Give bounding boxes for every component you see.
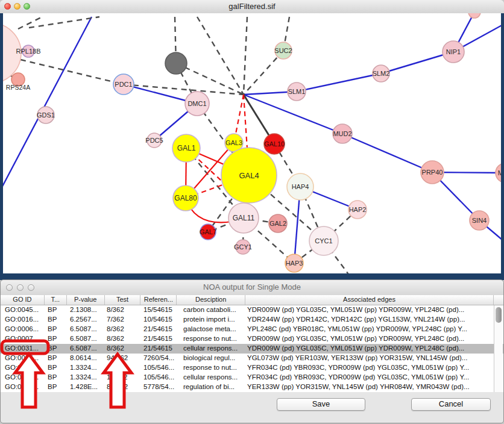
network-edge[interactable]	[342, 134, 432, 172]
table-row-1[interactable]: GO:0045...BP2.1308...8/36215/54615carbon…	[1, 305, 503, 315]
cell-go_id[interactable]: GO:0031...	[1, 344, 45, 354]
cell-reference[interactable]: 105/546...	[141, 363, 177, 373]
cell-associated_edges[interactable]: YPL248C (pd) YBR018C, YML051W (pp) YDR00…	[246, 325, 495, 334]
cell-desciption[interactable]: response to nut...	[177, 334, 246, 344]
vertical-scrollbar[interactable]	[494, 305, 503, 392]
network-edge[interactable]	[197, 17, 244, 95]
cell-test[interactable]: 94/362	[105, 354, 141, 363]
table-row-3[interactable]: GO:0006...BP6.5087...8/36221/54615galact…	[1, 325, 503, 334]
cell-desciption[interactable]: carbon cataboli...	[177, 305, 246, 315]
column-header-associated_edges[interactable]: Associated edges	[245, 295, 494, 305]
column-header-p_value[interactable]: P-value	[67, 295, 105, 305]
cell-reference[interactable]: 21/54615	[141, 325, 177, 334]
cell-test[interactable]: 80/362	[105, 382, 141, 392]
network-edge[interactable]	[244, 95, 342, 134]
network-edge[interactable]	[244, 17, 247, 95]
cell-type[interactable]: BP	[45, 315, 67, 325]
cell-type[interactable]: BP	[45, 334, 67, 344]
table-row-6[interactable]: GO:0065...BP8.0614...94/3627260/54...bio…	[1, 354, 503, 363]
network-canvas[interactable]: RPL18BRPS24AGDS1PDC1DMC1SUC2SLM1SLM2NIP1…	[0, 13, 504, 280]
table-row-5[interactable]: GO:0031...BP6.5087...8/36221/54615cellul…	[1, 344, 503, 354]
cell-associated_edges[interactable]: YER133W (pp) YOR315W, YNL145W (pd) YHR08…	[246, 382, 495, 392]
cell-test[interactable]: 8/362	[105, 344, 141, 354]
node-top-right[interactable]	[468, 13, 480, 18]
column-header-go_id[interactable]: GO ID	[1, 295, 45, 305]
cancel-button[interactable]: Cancel	[411, 398, 491, 411]
cell-reference[interactable]: 5778/54...	[141, 382, 177, 392]
cell-go_id[interactable]: GO:0050...	[1, 382, 45, 392]
cell-test[interactable]: 8/362	[105, 305, 141, 315]
cell-p_value[interactable]: 8.0614...	[67, 354, 105, 363]
cell-desciption[interactable]: galactose meta...	[177, 325, 246, 334]
column-header-test[interactable]: Test	[105, 295, 141, 305]
cell-associated_edges[interactable]: YFR034C (pd) YBR093C, YDR009W (pd) YGL03…	[246, 373, 495, 382]
cell-type[interactable]: BP	[45, 373, 67, 382]
table-row-8[interactable]: GO:0031...BP1.3324...11/362105/546...cel…	[1, 373, 503, 382]
table-row-2[interactable]: GO:0016...BP6.2567...7/36210/54615protei…	[1, 315, 503, 325]
cell-test[interactable]: 8/362	[105, 325, 141, 334]
node-label-HAP4: HAP4	[292, 183, 309, 190]
cell-go_id[interactable]: GO:0031...	[1, 373, 45, 382]
network-titlebar[interactable]: galFiltered.sif	[0, 0, 504, 14]
column-header-type[interactable]: T...	[45, 295, 67, 305]
cell-p_value[interactable]: 6.2567...	[67, 315, 105, 325]
cell-reference[interactable]: 10/54615	[141, 315, 177, 325]
noa-titlebar[interactable]: NOA output for Single Mode	[1, 280, 503, 296]
network-edge[interactable]	[297, 73, 381, 92]
cell-test[interactable]: 8/362	[105, 334, 141, 344]
cell-desciption[interactable]: response to nut...	[177, 363, 246, 373]
cell-desciption[interactable]: cellular respons...	[177, 373, 246, 382]
cell-p_value[interactable]: 2.1308...	[67, 305, 105, 315]
cell-desciption[interactable]: biological regul...	[177, 354, 246, 363]
table-row-4[interactable]: GO:0007...BP6.5087...8/36221/54615respon…	[1, 334, 503, 344]
save-button[interactable]: Save	[277, 398, 365, 411]
cell-p_value[interactable]: 6.5087...	[67, 334, 105, 344]
cell-test[interactable]: 11/362	[105, 373, 141, 382]
cell-go_id[interactable]: GO:0031...	[1, 363, 45, 373]
cell-reference[interactable]: 105/546...	[141, 373, 177, 382]
cell-test[interactable]: 7/362	[105, 315, 141, 325]
cell-p_value[interactable]: 1.3324...	[67, 373, 105, 382]
cell-test[interactable]: 11/362	[105, 363, 141, 373]
cell-desciption[interactable]: protein import i...	[177, 315, 246, 325]
cell-p_value[interactable]: 6.5087...	[67, 344, 105, 354]
node-label-NIP1: NIP1	[446, 48, 461, 55]
cell-associated_edges[interactable]: YGL073W (pd) YER103W, YER133W (pp) YOR31…	[246, 354, 495, 363]
cell-type[interactable]: BP	[45, 354, 67, 363]
cell-go_id[interactable]: GO:0006...	[1, 325, 45, 334]
column-header-reference[interactable]: Referen...	[140, 295, 177, 305]
node-label-RPS24A: RPS24A	[6, 84, 30, 91]
cell-reference[interactable]: 7260/54...	[141, 354, 177, 363]
cell-reference[interactable]: 21/54615	[141, 334, 177, 344]
node-label-RPL18B: RPL18B	[16, 48, 41, 55]
network-graph[interactable]: RPL18BRPS24AGDS1PDC1DMC1SUC2SLM1SLM2NIP1…	[0, 13, 504, 280]
cell-desciption[interactable]: cellular respons...	[177, 344, 246, 354]
cell-reference[interactable]: 21/54615	[141, 344, 177, 354]
cell-associated_edges[interactable]: YFR034C (pd) YBR093C, YDR009W (pd) YGL03…	[246, 363, 495, 373]
network-edge[interactable]	[20, 60, 124, 84]
cell-go_id[interactable]: GO:0007...	[1, 334, 45, 344]
cell-associated_edges[interactable]: YDR244W (pp) YDR142C, YDR142C (pp) YGL15…	[246, 315, 495, 325]
cell-type[interactable]: BP	[45, 363, 67, 373]
cell-go_id[interactable]: GO:0065...	[1, 354, 45, 363]
table-row-7[interactable]: GO:0031...BP1.3324...11/362105/546...res…	[1, 363, 503, 373]
column-header-desciption[interactable]: Desciption	[177, 295, 245, 305]
node-gray-node[interactable]	[165, 52, 187, 74]
cell-p_value[interactable]: 1.428E...	[67, 382, 105, 392]
table-row-9[interactable]: GO:0050...BP1.428E...80/3625778/54...reg…	[1, 382, 503, 392]
cell-type[interactable]: BP	[45, 325, 67, 334]
cell-associated_edges[interactable]: YDR009W (pd) YGL035C, YML051W (pp) YDR00…	[246, 305, 495, 315]
cell-desciption[interactable]: regulation of bi...	[177, 382, 246, 392]
cell-type[interactable]: BP	[45, 344, 67, 354]
cell-type[interactable]: BP	[45, 382, 67, 392]
cell-type[interactable]: BP	[45, 305, 67, 315]
cell-p_value[interactable]: 6.5087...	[67, 325, 105, 334]
cell-associated_edges[interactable]: YDR009W (pd) YGL035C, YML051W (pp) YDR00…	[246, 334, 495, 344]
cell-go_id[interactable]: GO:0016...	[1, 315, 45, 325]
scrollbar-thumb[interactable]	[496, 307, 502, 323]
table-header[interactable]: GO IDT...P-valueTestReferen...Desciption…	[1, 295, 503, 305]
cell-p_value[interactable]: 1.3324...	[67, 363, 105, 373]
cell-reference[interactable]: 15/54615	[141, 305, 177, 315]
cell-associated_edges[interactable]: YDR009W (pd) YGL035C, YML051W (pp) YDR00…	[246, 344, 495, 354]
cell-go_id[interactable]: GO:0045...	[1, 305, 45, 315]
